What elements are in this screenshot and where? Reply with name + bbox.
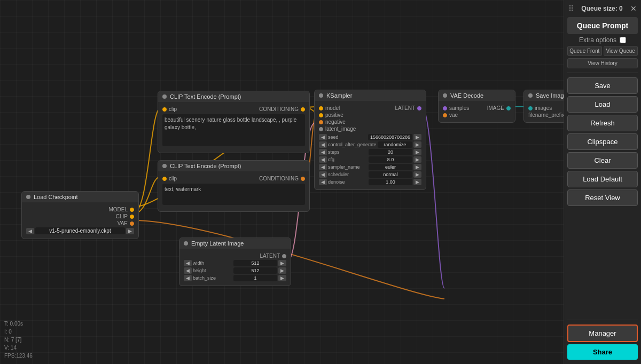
panel-divider-1 [567, 73, 638, 73]
status-fps: FPS:123.46 [4, 352, 33, 360]
port-clip2-out [301, 177, 305, 181]
node-body-empty-latent: LATENT ◀ width 512 ▶ ◀ height 512 ▶ ◀ ba… [179, 249, 291, 286]
ksampler-scheduler-row: ◀ scheduler normal ▶ [319, 171, 421, 178]
ksampler-cfg-row: ◀ cfg 8.0 ▶ [319, 156, 421, 163]
clip1-text[interactable]: beautiful scenery nature glass bottle la… [162, 114, 305, 146]
scheduler-value: normal [369, 171, 412, 178]
queue-close-btn[interactable]: ✕ [630, 4, 637, 13]
ksampler-seed-row: ◀ seed 156680208700286 ▶ [319, 134, 421, 140]
node-header-ksampler: KSampler [315, 90, 426, 101]
sampler-next[interactable]: ▶ [413, 164, 421, 170]
node-status-dot-clip2 [162, 164, 167, 168]
batch-next[interactable]: ▶ [278, 275, 286, 281]
empty-latent-out-row: LATENT [184, 253, 286, 259]
height-value: 512 [233, 267, 277, 274]
denoise-value: 1.00 [369, 179, 412, 185]
cfg-value: 8.0 [369, 156, 412, 163]
width-prev[interactable]: ◀ [184, 260, 192, 266]
status-bar: T: 0.00s I: 0 N: 7 [7] V: 14 FPS:123.46 [4, 320, 33, 360]
sampler-value: euler [369, 164, 412, 170]
queue-drag-handle[interactable]: ⠿ [568, 4, 574, 13]
steps-prev[interactable]: ◀ [319, 149, 327, 155]
queue-front-button[interactable]: Queue Front [567, 46, 602, 56]
node-title-clip2: CLIP Text Encode (Prompt) [170, 163, 241, 169]
sampler-prev[interactable]: ◀ [319, 164, 327, 170]
queue-prompt-button[interactable]: Queue Prompt [567, 17, 638, 34]
node-status-dot-clip1 [162, 94, 167, 99]
view-history-button[interactable]: View History [567, 58, 638, 68]
node-status-dot-vae [443, 93, 447, 98]
ksampler-negative-row: negative [319, 119, 421, 125]
queue-size-label: Queue size: 0 [581, 5, 622, 12]
port-ksampler-latent [319, 127, 323, 131]
port-clip2-in [162, 177, 167, 181]
queue-header: ⠿ Queue size: 0 ✕ [567, 4, 638, 13]
port-clip1-out [301, 107, 305, 112]
port-clip1-in [162, 107, 167, 112]
scheduler-next[interactable]: ▶ [413, 171, 421, 178]
canvas[interactable]: Load Checkpoint MODEL CLIP VAE [0, 0, 566, 364]
height-prev[interactable]: ◀ [184, 267, 192, 274]
cfg-next[interactable]: ▶ [413, 156, 421, 163]
node-body-clip2: clip CONDITIONING text, watermark [158, 171, 309, 211]
node-body-ksampler: model LATENT positive negative [315, 101, 426, 189]
seed-prev[interactable]: ◀ [319, 134, 327, 140]
port-ksampler-positive [319, 113, 323, 117]
scheduler-prev[interactable]: ◀ [319, 171, 327, 178]
node-header-clip1: CLIP Text Encode (Prompt) [158, 91, 309, 102]
port-clip-out [130, 215, 134, 219]
node-title-load-checkpoint: Load Checkpoint [34, 194, 78, 200]
node-title-empty-latent: Empty Latent Image [191, 240, 244, 247]
load-button[interactable]: Load [567, 96, 638, 113]
port-vae-out [506, 106, 511, 110]
refresh-button[interactable]: Refresh [567, 115, 638, 131]
seed-next[interactable]: ▶ [413, 134, 421, 140]
status-i: I: 0 [4, 328, 33, 336]
steps-value: 20 [369, 149, 412, 155]
node-empty-latent: Empty Latent Image LATENT ◀ width 512 ▶ … [179, 238, 291, 286]
denoise-next[interactable]: ▶ [413, 179, 421, 185]
ckpt-prev-btn[interactable]: ◀ [26, 228, 34, 234]
port-vae-samples-in [443, 106, 447, 110]
clip2-text[interactable]: text, watermark [162, 184, 305, 205]
extra-options-row: Extra options [567, 36, 638, 44]
port-save-in [528, 106, 533, 110]
panel-divider-2 [567, 320, 638, 320]
share-button[interactable]: Share [567, 344, 638, 360]
control-next[interactable]: ▶ [413, 141, 421, 148]
ckpt-next-btn[interactable]: ▶ [126, 228, 134, 234]
load-default-button[interactable]: Load Default [567, 171, 638, 187]
save-button[interactable]: Save [567, 77, 638, 94]
reset-view-button[interactable]: Reset View [567, 189, 638, 206]
node-clip-text-2: CLIP Text Encode (Prompt) clip CONDITION… [158, 160, 310, 212]
batch-prev[interactable]: ◀ [184, 275, 192, 281]
vae-samples-row: samples IMAGE [443, 105, 511, 111]
manager-button[interactable]: Manager [567, 325, 638, 342]
node-title-save: Save Image [536, 92, 567, 99]
denoise-prev[interactable]: ◀ [319, 179, 327, 185]
extra-options-checkbox[interactable] [620, 37, 626, 43]
node-header-empty-latent: Empty Latent Image [179, 238, 291, 249]
clipspace-button[interactable]: Clipspace [567, 133, 638, 150]
control-prev[interactable]: ◀ [319, 141, 327, 148]
node-status-dot-ksampler [319, 93, 323, 98]
node-ckpt-row: ◀ v1-5-pruned-emaonly.ckpt ▶ [26, 227, 134, 234]
steps-next[interactable]: ▶ [413, 149, 421, 155]
width-next[interactable]: ▶ [278, 260, 286, 266]
ksampler-positive-row: positive [319, 112, 421, 118]
status-n: N: 7 [7] [4, 336, 33, 344]
clear-button[interactable]: Clear [567, 152, 638, 169]
cfg-prev[interactable]: ◀ [319, 156, 327, 163]
ksampler-steps-row: ◀ steps 20 ▶ [319, 149, 421, 155]
node-body-load-checkpoint: MODEL CLIP VAE ◀ v1-5-prun [22, 202, 138, 239]
height-next[interactable]: ▶ [278, 267, 286, 274]
empty-height-row: ◀ height 512 ▶ [184, 267, 286, 274]
node-title-vae: VAE Decode [450, 92, 483, 99]
port-vae-out [130, 221, 134, 226]
status-v: V: 14 [4, 344, 33, 352]
node-title-clip1: CLIP Text Encode (Prompt) [170, 93, 241, 100]
node-port-clip: CLIP [26, 213, 134, 219]
ksampler-latent-row: latent_image [319, 126, 421, 132]
view-queue-button[interactable]: View Queue [604, 46, 638, 56]
ksampler-control-row: ◀ control_after_generate randomize ▶ [319, 141, 421, 148]
